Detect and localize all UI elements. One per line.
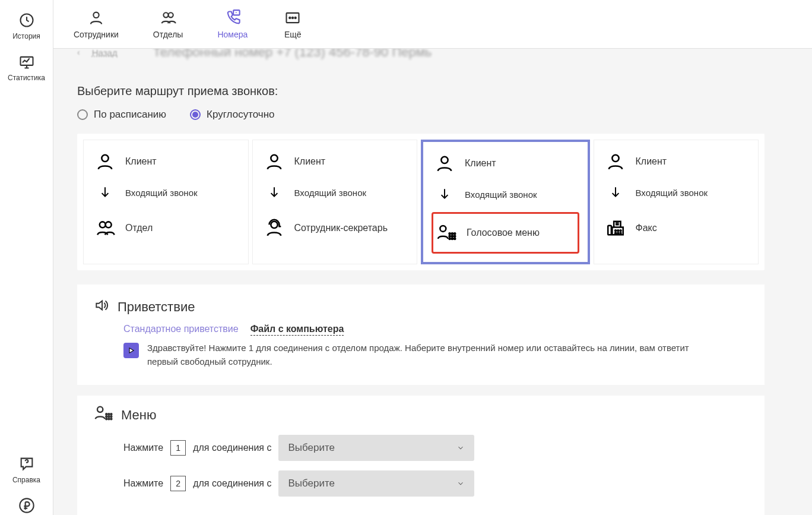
back-chevron-icon: ‹ — [77, 49, 80, 57]
play-button[interactable] — [123, 343, 139, 358]
greeting-tab-file[interactable]: Файл с компьютера — [250, 324, 344, 336]
topnav-label-more: Ещё — [284, 30, 302, 39]
menu-title: Меню — [121, 407, 156, 423]
greeting-header: Приветствие — [94, 298, 748, 317]
card-dest-label: Голосовое меню — [467, 228, 540, 238]
topnav-more[interactable]: Ещё — [280, 5, 306, 44]
card-dest-row: Голосовое меню — [432, 212, 579, 254]
card-incoming-label: Входящий звонок — [294, 188, 367, 198]
svg-point-30 — [617, 230, 618, 231]
svg-point-40 — [108, 416, 109, 417]
card-department[interactable]: Клиент Входящий звонок Отдел — [83, 140, 249, 264]
svg-point-37 — [108, 413, 109, 415]
sidebar-label-history: История — [12, 32, 40, 40]
card-incoming-row: Входящий звонок — [264, 182, 407, 203]
svg-point-12 — [100, 222, 106, 228]
svg-point-42 — [106, 418, 107, 419]
svg-point-26 — [454, 238, 455, 239]
arrow-down-icon — [605, 182, 626, 203]
sidebar-item-help[interactable]: Справка — [0, 448, 53, 490]
chevron-down-icon — [456, 444, 465, 452]
card-incoming-row: Входящий звонок — [434, 184, 577, 205]
route-options: По расписанию Круглосуточно — [77, 109, 788, 121]
svg-point-31 — [620, 230, 621, 231]
menu-select-1[interactable]: Выберите — [278, 435, 474, 461]
svg-point-19 — [452, 233, 453, 234]
menu-key-1: 1 — [170, 440, 186, 456]
group-icon — [94, 217, 116, 239]
menu-header: Меню — [94, 404, 748, 426]
sidebar-item-ruble[interactable] — [0, 490, 53, 515]
topnav-numbers[interactable]: Номера — [215, 5, 250, 44]
radio-icon — [190, 109, 201, 120]
card-client-row: Клиент — [434, 153, 577, 174]
content: ‹ Назад Телефонный номер +7 (123) 456-78… — [53, 49, 812, 515]
topnav: Сотрудники Отделы Номера Ещё — [53, 0, 812, 49]
ivr-icon — [94, 404, 113, 426]
card-client-row: Клиент — [605, 151, 748, 172]
svg-point-24 — [449, 238, 451, 239]
sidebar-item-statistics[interactable]: Статистика — [0, 46, 53, 88]
route-schedule[interactable]: По расписанию — [77, 109, 166, 121]
svg-point-25 — [452, 238, 453, 239]
more-icon — [282, 10, 303, 26]
svg-point-15 — [271, 222, 277, 228]
arrow-down-icon — [434, 184, 455, 205]
select-placeholder: Выберите — [288, 442, 335, 454]
card-dest-label: Сотрудник-секретарь — [294, 223, 388, 233]
greeting-panel: Приветствие Стандартное приветствие Файл… — [77, 285, 765, 385]
group-icon — [157, 10, 179, 26]
card-ivr[interactable]: Клиент Входящий звонок Голосовое меню — [421, 140, 590, 264]
topnav-departments[interactable]: Отделы — [151, 5, 186, 44]
card-dest-label: Факс — [636, 223, 657, 233]
svg-point-34 — [620, 233, 621, 234]
menu-row-2: Нажмите 2 для соединения с Выберите — [123, 470, 748, 497]
person-icon — [434, 153, 455, 174]
route-always[interactable]: Круглосуточно — [190, 109, 274, 121]
svg-point-32 — [615, 233, 616, 234]
sidebar-label-help: Справка — [12, 476, 40, 484]
menu-press-label: Нажмите — [123, 443, 163, 453]
svg-point-9 — [292, 17, 293, 18]
svg-point-2 — [20, 498, 33, 512]
greeting-tabs: Стандартное приветствие Файл с компьютер… — [123, 324, 748, 336]
svg-point-23 — [454, 236, 455, 237]
sidebar-item-history[interactable]: История — [0, 5, 53, 46]
menu-panel: Меню Нажмите 1 для соединения с Выберите… — [77, 396, 765, 515]
card-fax[interactable]: Клиент Входящий звонок Факс — [594, 140, 759, 264]
svg-point-38 — [110, 413, 112, 415]
topnav-label-employees: Сотрудники — [74, 30, 119, 39]
svg-point-8 — [289, 17, 290, 18]
svg-point-4 — [164, 12, 169, 17]
back-link[interactable]: Назад — [92, 49, 118, 58]
menu-select-2[interactable]: Выберите — [278, 470, 474, 497]
card-client-label: Клиент — [125, 156, 157, 167]
greeting-tab-standard[interactable]: Стандартное приветствие — [123, 324, 239, 336]
svg-point-14 — [271, 155, 277, 162]
svg-point-43 — [108, 418, 109, 419]
topnav-employees[interactable]: Сотрудники — [71, 5, 121, 44]
card-dest-row: Отдел — [94, 213, 237, 244]
svg-point-21 — [449, 236, 451, 237]
svg-rect-28 — [608, 226, 611, 235]
menu-row-1: Нажмите 1 для соединения с Выберите — [123, 435, 748, 461]
arrow-down-icon — [264, 182, 285, 203]
svg-point-17 — [440, 226, 446, 232]
phone-badge-icon — [222, 10, 243, 26]
svg-point-35 — [97, 407, 103, 412]
svg-point-41 — [110, 416, 112, 417]
card-secretary[interactable]: Клиент Входящий звонок Сотрудник-секрета… — [252, 140, 418, 264]
headset-icon — [264, 217, 285, 239]
greeting-title: Приветствие — [118, 299, 195, 315]
greeting-body: Здравствуйте! Нажмите 1 для соединения с… — [123, 342, 748, 368]
card-dest-row: Факс — [605, 213, 748, 244]
arrow-down-icon — [94, 182, 116, 203]
card-incoming-label: Входящий звонок — [125, 188, 198, 198]
card-client-label: Клиент — [465, 158, 496, 169]
card-client-label: Клиент — [636, 156, 667, 167]
person-icon — [605, 151, 626, 172]
topnav-label-numbers: Номера — [217, 30, 248, 39]
card-dest-row: Сотрудник-секретарь — [264, 213, 407, 244]
route-cards: Клиент Входящий звонок Отдел Клиент — [77, 134, 765, 270]
svg-point-3 — [93, 12, 99, 17]
